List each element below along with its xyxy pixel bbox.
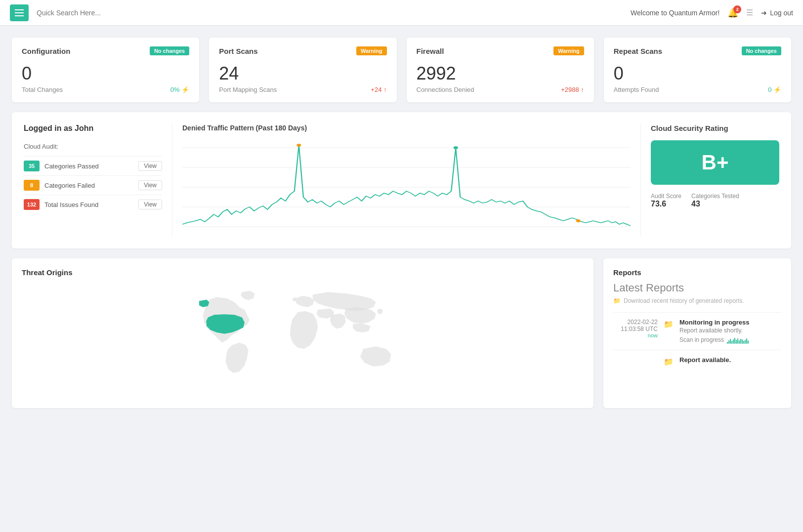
- report-item-2: 📁 Report available.: [613, 350, 781, 372]
- audit-item-failed: 8 Categories Failed View: [24, 175, 162, 195]
- search-input[interactable]: [37, 9, 631, 17]
- port-scans-number: 24: [219, 63, 386, 84]
- configuration-label: Total Changes: [22, 86, 63, 93]
- configuration-number: 0: [22, 63, 189, 84]
- chart-title: Denied Traffic Pattern (Past 180 Days): [182, 124, 631, 132]
- top-cards: Configuration No changes 0 Total Changes…: [12, 38, 791, 102]
- messages-button[interactable]: ☰: [746, 8, 753, 17]
- configuration-title: Configuration: [22, 47, 70, 55]
- firewall-card: Firewall Warning 2992 Connections Denied…: [407, 38, 594, 102]
- categories-passed-badge: 35: [24, 161, 40, 171]
- categories-failed-badge: 8: [24, 180, 40, 191]
- firewall-change: +2988 ↑: [561, 86, 584, 93]
- port-scans-change: +24 ↑: [371, 86, 386, 93]
- notification-button[interactable]: 🔔 2: [727, 7, 738, 18]
- report-date-1: 2022-02-22 11:03:58 UTC now: [613, 319, 658, 338]
- logout-arrow-icon: ➜: [761, 9, 767, 17]
- header: Welcome to Quantum Armor! 🔔 2 ☰ ➜ Log ou…: [0, 0, 803, 26]
- firewall-number: 2992: [417, 63, 584, 84]
- total-issues-badge: 132: [24, 199, 40, 210]
- audit-score-stat: Audit Score 73.6: [651, 193, 681, 208]
- audit-score-value: 73.6: [651, 200, 681, 208]
- audit-item-passed: 35 Categories Passed View: [24, 156, 162, 175]
- port-scans-badge: Warning: [356, 46, 387, 55]
- total-issues-label: Total Issues Found: [44, 201, 133, 208]
- categories-failed-view[interactable]: View: [138, 180, 162, 190]
- menu-button[interactable]: [10, 4, 29, 21]
- configuration-badge: No changes: [150, 46, 189, 55]
- port-scans-label: Port Mapping Scans: [219, 86, 277, 93]
- welcome-text: Welcome to Quantum Armor!: [631, 9, 719, 17]
- audit-score-label: Audit Score: [651, 193, 681, 200]
- scan-in-progress-label: Scan in progress: [679, 336, 724, 343]
- denied-traffic-chart: [182, 138, 631, 237]
- repeat-scans-number: 0: [614, 63, 781, 84]
- categories-tested-label: Categories Tested: [691, 193, 739, 200]
- configuration-card: Configuration No changes 0 Total Changes…: [12, 38, 199, 102]
- firewall-badge: Warning: [553, 46, 584, 55]
- download-icon: 📁: [613, 297, 621, 304]
- repeat-scans-badge: No changes: [742, 46, 781, 55]
- firewall-label: Connections Denied: [417, 86, 474, 93]
- chart-container: [182, 138, 631, 237]
- svg-point-7: [576, 219, 581, 222]
- download-hint: 📁 Download recent history of generated r…: [613, 297, 781, 304]
- svg-point-5: [296, 144, 301, 147]
- user-panel-title: Logged in as John: [24, 124, 162, 133]
- svg-point-6: [454, 146, 458, 149]
- cloud-audit-label: Cloud Audit:: [24, 143, 162, 150]
- categories-passed-label: Categories Passed: [44, 163, 133, 170]
- categories-passed-view[interactable]: View: [138, 161, 162, 171]
- report-content-2: Report available.: [679, 356, 781, 364]
- report-folder-icon-1: 📁: [664, 320, 674, 329]
- rating-stats: Audit Score 73.6 Categories Tested 43: [651, 193, 779, 208]
- threat-origins-title: Threat Origins: [22, 268, 584, 277]
- port-scans-title: Port Scans: [219, 47, 257, 55]
- categories-tested-stat: Categories Tested 43: [691, 193, 739, 208]
- world-map-container: [22, 285, 584, 398]
- security-rating-title: Cloud Security Rating: [651, 124, 779, 132]
- user-panel: Logged in as John Cloud Audit: 35 Catego…: [24, 124, 162, 237]
- report-item-1: 2022-02-22 11:03:58 UTC now 📁 Monitoring…: [613, 312, 781, 350]
- latest-reports-title: Latest Reports: [613, 282, 781, 294]
- report-content-1: Monitoring in progress Report available …: [679, 319, 781, 344]
- report-date-now: now: [613, 332, 658, 338]
- chart-panel: Denied Traffic Pattern (Past 180 Days): [172, 124, 641, 237]
- header-right: Welcome to Quantum Armor! 🔔 2 ☰ ➜ Log ou…: [631, 7, 793, 18]
- middle-section: Logged in as John Cloud Audit: 35 Catego…: [12, 112, 791, 248]
- security-rating-panel: Cloud Security Rating B+ Audit Score 73.…: [651, 124, 779, 237]
- main-content: Configuration No changes 0 Total Changes…: [0, 26, 803, 420]
- report-title-2: Report available.: [679, 356, 781, 364]
- repeat-scans-card: Repeat Scans No changes 0 Attempts Found…: [604, 38, 791, 102]
- bottom-section: Threat Origins: [12, 258, 791, 408]
- reports-card: Reports Latest Reports 📁 Download recent…: [603, 258, 791, 408]
- security-rating-grade: B+: [702, 151, 729, 174]
- repeat-scans-change: 0 ⚡: [768, 86, 781, 93]
- total-issues-view[interactable]: View: [138, 200, 162, 209]
- audit-item-issues: 132 Total Issues Found View: [24, 195, 162, 214]
- categories-tested-value: 43: [691, 200, 739, 208]
- report-desc-1: Report available shortly.: [679, 327, 781, 334]
- configuration-change: 0% ⚡: [170, 86, 189, 93]
- logout-button[interactable]: ➜ Log out: [761, 9, 793, 17]
- categories-failed-label: Categories Failed: [44, 182, 133, 189]
- report-folder-icon-2: 📁: [664, 357, 674, 367]
- repeat-scans-label: Attempts Found: [614, 86, 659, 93]
- world-map-svg: [22, 285, 584, 398]
- threat-origins-card: Threat Origins: [12, 258, 593, 408]
- port-scans-card: Port Scans Warning 24 Port Mapping Scans…: [209, 38, 396, 102]
- firewall-title: Firewall: [417, 47, 444, 55]
- mini-chart: [727, 336, 749, 344]
- notification-badge: 2: [733, 5, 741, 13]
- security-rating-box: B+: [651, 140, 779, 185]
- report-title-1: Monitoring in progress: [679, 319, 781, 326]
- repeat-scans-title: Repeat Scans: [614, 47, 662, 55]
- reports-title: Reports: [613, 268, 781, 277]
